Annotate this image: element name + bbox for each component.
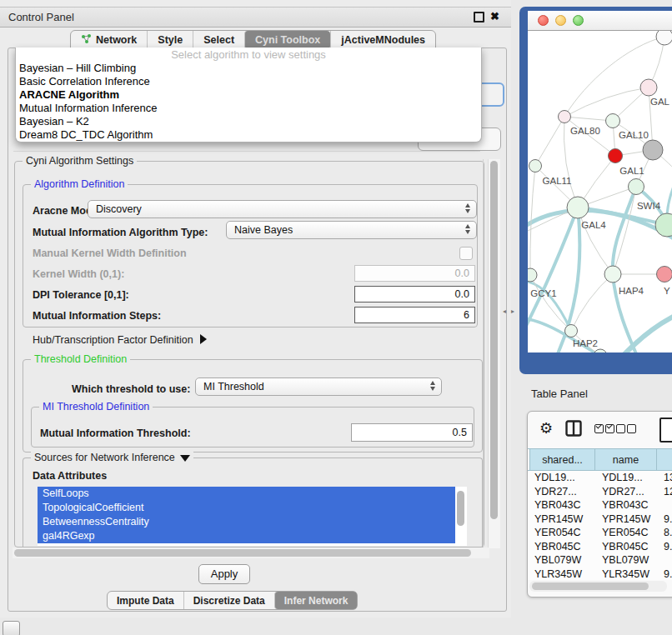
tab-discretize-data[interactable]: Discretize Data bbox=[183, 592, 274, 609]
network-node[interactable] bbox=[609, 149, 623, 163]
dpi-tolerance-input[interactable]: 0.0 bbox=[354, 286, 475, 302]
table-row[interactable]: YBR045CYBR045C9. bbox=[528, 540, 672, 554]
table-horizontal-scrollbar[interactable] bbox=[529, 581, 667, 592]
float-panel-icon[interactable] bbox=[474, 12, 484, 22]
node-label-y: Y bbox=[664, 286, 670, 296]
attribute-item-topologicalcoefficient[interactable]: TopologicalCoefficient bbox=[38, 501, 455, 515]
network-node[interactable] bbox=[528, 268, 537, 282]
network-node[interactable] bbox=[565, 325, 578, 338]
settings-vertical-scrollbar[interactable] bbox=[488, 159, 500, 548]
aracne-mode-combobox[interactable]: Discovery bbox=[88, 200, 477, 218]
network-edge bbox=[578, 208, 613, 274]
network-node[interactable] bbox=[567, 197, 589, 218]
mi-algorithm-type-label: Mutual Information Algorithm Type: bbox=[33, 227, 208, 238]
table-panel: ⚙ shared...nameA YDL19...YDL19...13YDR27… bbox=[527, 411, 672, 598]
table-row[interactable]: YPR145WYPR145W9. bbox=[528, 512, 672, 527]
network-node[interactable] bbox=[629, 179, 644, 195]
dropdown-list: Bayesian – Hill ClimbingBasic Correlatio… bbox=[16, 62, 481, 142]
scrollbar-thumb[interactable] bbox=[532, 582, 649, 590]
column-header-name[interactable]: name bbox=[595, 449, 657, 470]
new-table-icon[interactable] bbox=[659, 418, 672, 442]
table-row[interactable]: YBL079WYBL079W bbox=[528, 553, 672, 568]
deselect-all-icon[interactable] bbox=[616, 424, 636, 433]
network-node[interactable] bbox=[529, 160, 542, 172]
attribute-item-selfloops[interactable]: SelfLoops bbox=[38, 487, 455, 501]
expanded-arrow-icon bbox=[180, 455, 190, 462]
table-panel-titlebar: Table Panel bbox=[517, 381, 672, 406]
table-cell: YBR045C bbox=[595, 540, 657, 554]
table-row[interactable]: YDL19...YDL19...13 bbox=[528, 471, 672, 485]
attribute-item-betweennesscentrality[interactable]: BetweennessCentrality bbox=[38, 515, 455, 529]
network-node[interactable] bbox=[655, 213, 672, 237]
network-node[interactable] bbox=[657, 267, 672, 282]
minimize-window-icon[interactable] bbox=[555, 15, 566, 26]
scrollbar-thumb[interactable] bbox=[490, 161, 498, 519]
network-node[interactable] bbox=[606, 114, 620, 128]
stepper-arrows-icon bbox=[465, 224, 470, 234]
list-scrollbar[interactable] bbox=[457, 491, 464, 526]
table-cell bbox=[657, 498, 672, 512]
table-cell: YLR345W bbox=[528, 568, 595, 581]
table-body: YDL19...YDL19...13YDR27...YDR27...12YBR0… bbox=[528, 471, 672, 580]
splitter-expand-icon[interactable]: ▸ bbox=[511, 308, 514, 315]
settings-horizontal-scrollbar[interactable] bbox=[13, 548, 489, 558]
network-node[interactable] bbox=[656, 31, 672, 45]
mi-threshold-input[interactable]: 0.5 bbox=[351, 423, 473, 442]
tab-impute-data[interactable]: Impute Data bbox=[108, 592, 183, 609]
stepper-arrows-icon bbox=[430, 381, 435, 391]
which-threshold-combobox[interactable]: MI Threshold bbox=[195, 378, 442, 396]
close-window-icon[interactable] bbox=[538, 15, 549, 26]
attribute-item-gal4rgexp[interactable]: gal4RGexp bbox=[38, 529, 455, 543]
network-canvas[interactable]: GALGAL80GAL10GAL1GAL11SWI4GAL4HAP4YGCY1H… bbox=[528, 31, 672, 352]
sources-toggle[interactable]: Sources for Network Inference bbox=[31, 452, 193, 463]
node-label-gal11: GAL11 bbox=[543, 176, 572, 186]
network-node[interactable] bbox=[640, 79, 657, 96]
zoom-window-icon[interactable] bbox=[573, 15, 584, 26]
tab-network[interactable]: Network bbox=[71, 31, 147, 49]
node-label-hap4: HAP4 bbox=[619, 286, 644, 296]
cyni-mode-tabbar: Impute DataDiscretize DataInfer Network bbox=[107, 591, 358, 610]
network-node[interactable] bbox=[559, 111, 571, 123]
kernel-width-input[interactable]: 0.0 bbox=[354, 265, 475, 282]
mi-algorithm-type-combobox[interactable]: Naive Bayes bbox=[226, 221, 477, 239]
tab-cyni-toolbox[interactable]: Cyni Toolbox bbox=[244, 31, 330, 49]
scrollbar-thumb[interactable] bbox=[14, 549, 471, 557]
apply-button[interactable]: Apply bbox=[198, 564, 250, 584]
gear-icon[interactable]: ⚙ bbox=[539, 419, 553, 438]
algorithm-option-basic-correlation-inference[interactable]: Basic Correlation Inference bbox=[16, 75, 481, 88]
network-node[interactable] bbox=[604, 266, 621, 282]
algorithm-option-bayesian-k2[interactable]: Bayesian – K2 bbox=[16, 115, 481, 128]
data-attributes-list[interactable]: SelfLoopsTopologicalCoefficientBetweenne… bbox=[38, 487, 467, 546]
algorithm-option-aracne-algorithm[interactable]: ARACNE Algorithm bbox=[16, 88, 481, 102]
close-panel-icon[interactable]: ✖ bbox=[490, 9, 499, 23]
table-row[interactable]: YLR345WYLR345W9. bbox=[528, 568, 672, 581]
table-row[interactable]: YER054CYER054C8. bbox=[528, 526, 672, 540]
tab-select[interactable]: Select bbox=[193, 31, 244, 49]
network-node[interactable] bbox=[643, 140, 663, 160]
select-all-icon[interactable] bbox=[594, 424, 614, 433]
table-cell: YPR145W bbox=[528, 512, 595, 527]
network-window-titlebar bbox=[528, 11, 672, 31]
stepper-arrows-icon bbox=[465, 203, 470, 213]
node-label-gal80: GAL80 bbox=[570, 126, 600, 136]
restore-panel-icon[interactable] bbox=[3, 621, 20, 635]
tab-style[interactable]: Style bbox=[147, 31, 193, 49]
tab-jactivemnodules[interactable]: jActiveMNodules bbox=[330, 31, 435, 49]
algorithm-option-bayesian-hill-climbing[interactable]: Bayesian – Hill Climbing bbox=[16, 62, 481, 75]
manual-kernel-width-checkbox[interactable] bbox=[459, 247, 473, 260]
table-row[interactable]: YDR27...YDR27...12 bbox=[528, 485, 672, 499]
column-header-a[interactable]: A bbox=[657, 449, 672, 470]
tab-infer-network[interactable]: Infer Network bbox=[274, 592, 358, 609]
algorithm-option-mutual-information-inference[interactable]: Mutual Information Inference bbox=[16, 102, 481, 115]
algorithm-option-dream8-dc-tdc-algorithm[interactable]: Dream8 DC_TDC Algorithm bbox=[16, 128, 481, 142]
table-cell: YER054C bbox=[595, 526, 657, 540]
mi-steps-input[interactable]: 6 bbox=[354, 307, 475, 323]
table-cell: 9. bbox=[657, 512, 672, 527]
hub-definition-toggle[interactable]: Hub/Transcription Factor Definition bbox=[33, 334, 207, 346]
column-header-shared[interactable]: shared... bbox=[529, 449, 595, 470]
columns-icon[interactable] bbox=[565, 420, 582, 440]
splitter-collapse-icon[interactable]: ◂ bbox=[503, 308, 506, 315]
network-node[interactable] bbox=[594, 349, 607, 352]
table-row[interactable]: YBR043CYBR043C bbox=[528, 498, 672, 512]
network-graph[interactable]: GALGAL80GAL10GAL1GAL11SWI4GAL4HAP4YGCY1H… bbox=[528, 31, 672, 352]
